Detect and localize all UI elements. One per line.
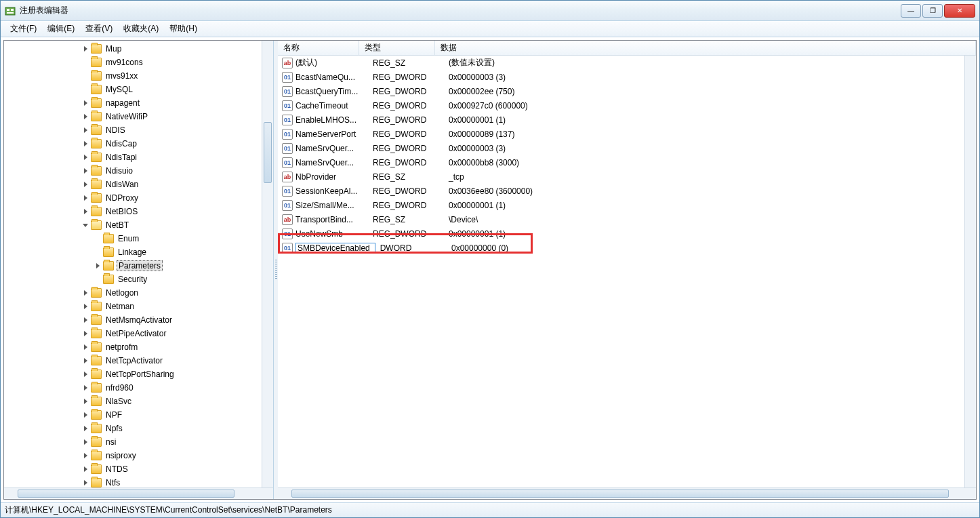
tree-item[interactable]: mvs91xx xyxy=(4,69,273,83)
expand-toggle-icon[interactable] xyxy=(81,207,89,216)
tree-item[interactable]: Parameters xyxy=(4,259,273,273)
maximize-button[interactable]: ❐ xyxy=(922,4,943,18)
value-row[interactable]: TransportBind...REG_SZ\Device\ xyxy=(278,212,976,226)
tree-item[interactable]: NPF xyxy=(4,408,273,422)
expand-toggle-icon[interactable] xyxy=(81,140,89,148)
expand-toggle-icon[interactable] xyxy=(81,411,89,419)
expand-toggle-icon[interactable] xyxy=(81,452,89,460)
tree-item[interactable]: NlaSvc xyxy=(4,395,273,408)
expand-toggle-icon[interactable] xyxy=(81,221,89,229)
tree-item[interactable]: NDProxy xyxy=(4,191,273,205)
dword-value-icon xyxy=(282,228,293,239)
expand-toggle-icon[interactable] xyxy=(94,262,102,270)
value-row[interactable]: BcastQueryTim...REG_DWORD0x000002ee (750… xyxy=(278,84,976,98)
value-row[interactable]: SMBDeviceEnabled_DWORD0x00000000 (0) xyxy=(278,241,976,255)
tree-item[interactable]: NetTcpPortSharing xyxy=(4,367,273,381)
expand-toggle-icon[interactable] xyxy=(81,126,89,134)
values-horizontal-scrollbar[interactable] xyxy=(278,487,976,499)
expand-toggle-icon[interactable] xyxy=(81,194,89,202)
values-list[interactable]: (默认)REG_SZ(数值未设置)BcastNameQu...REG_DWORD… xyxy=(278,56,976,487)
tree-item[interactable]: Netman xyxy=(4,300,273,313)
tree-item[interactable]: NTDS xyxy=(4,462,273,476)
folder-icon xyxy=(91,424,102,433)
tree-item[interactable]: Ntfs xyxy=(4,476,273,487)
expand-toggle-icon[interactable] xyxy=(81,316,89,324)
value-row[interactable]: NameSrvQuer...REG_DWORD0x00000bb8 (3000) xyxy=(278,155,976,170)
expand-toggle-icon[interactable] xyxy=(81,343,89,351)
expand-toggle-icon[interactable] xyxy=(81,153,89,161)
value-name-edit-input[interactable]: SMBDeviceEnabled xyxy=(295,243,375,254)
scrollbar-thumb[interactable] xyxy=(291,490,949,498)
tree-item[interactable]: netprofm xyxy=(4,340,273,354)
value-row[interactable]: CacheTimeoutREG_DWORD0x000927c0 (600000) xyxy=(278,98,976,113)
expand-toggle-icon[interactable] xyxy=(81,465,89,473)
value-row[interactable]: SessionKeepAl...REG_DWORD0x0036ee80 (360… xyxy=(278,184,976,198)
value-row[interactable]: BcastNameQu...REG_DWORD0x00000003 (3) xyxy=(278,70,976,84)
tree-item[interactable]: NativeWifiP xyxy=(4,110,273,123)
scrollbar-thumb[interactable] xyxy=(264,122,272,183)
close-button[interactable]: ✕ xyxy=(944,4,975,18)
expand-toggle-icon[interactable] xyxy=(81,397,89,405)
tree-item[interactable]: Ndisuio xyxy=(4,164,273,178)
tree-item[interactable]: NetBT xyxy=(4,218,273,232)
tree-item[interactable]: Linkage xyxy=(4,245,273,259)
expand-toggle-icon[interactable] xyxy=(81,479,89,487)
expand-toggle-icon[interactable] xyxy=(81,357,89,365)
tree-item[interactable]: NetTcpActivator xyxy=(4,354,273,367)
menu-file[interactable]: 文件(F) xyxy=(5,22,42,36)
tree-item[interactable]: NdisTapi xyxy=(4,151,273,164)
value-row[interactable]: NameSrvQuer...REG_DWORD0x00000003 (3) xyxy=(278,141,976,155)
value-row[interactable]: (默认)REG_SZ(数值未设置) xyxy=(278,56,976,70)
value-row[interactable]: Size/Small/Me...REG_DWORD0x00000001 (1) xyxy=(278,198,976,212)
expand-toggle-icon[interactable] xyxy=(81,99,89,107)
tree-item[interactable]: MySQL xyxy=(4,83,273,96)
tree-item[interactable]: NDIS xyxy=(4,123,273,137)
titlebar[interactable]: 注册表编辑器 — ❐ ✕ xyxy=(1,1,979,21)
column-type[interactable]: 类型 xyxy=(359,41,435,55)
minimize-button[interactable]: — xyxy=(901,4,921,18)
menu-help[interactable]: 帮助(H) xyxy=(164,22,203,36)
tree-item[interactable]: nfrd960 xyxy=(4,381,273,395)
tree-item[interactable]: Mup xyxy=(4,42,273,56)
tree-item[interactable]: Enum xyxy=(4,232,273,245)
expand-toggle-icon[interactable] xyxy=(81,180,89,188)
menu-edit[interactable]: 编辑(E) xyxy=(42,22,80,36)
tree-item[interactable]: NetBIOS xyxy=(4,205,273,218)
value-row[interactable]: EnableLMHOS...REG_DWORD0x00000001 (1) xyxy=(278,113,976,127)
tree-item[interactable]: Security xyxy=(4,273,273,286)
value-row[interactable]: NbProviderREG_SZ_tcp xyxy=(278,170,976,184)
expand-toggle-icon[interactable] xyxy=(81,167,89,175)
tree-vertical-scrollbar[interactable] xyxy=(262,41,273,487)
menu-favorites[interactable]: 收藏夹(A) xyxy=(118,22,164,36)
tree-item[interactable]: NdisWan xyxy=(4,178,273,191)
scrollbar-thumb[interactable] xyxy=(18,490,234,498)
tree-item[interactable]: NetPipeActivator xyxy=(4,327,273,340)
value-row[interactable]: UseNewSmbREG_DWORD0x00000001 (1) xyxy=(278,226,976,241)
expand-toggle-icon[interactable] xyxy=(81,45,89,53)
expand-toggle-icon[interactable] xyxy=(81,113,89,121)
expand-toggle-icon[interactable] xyxy=(81,330,89,338)
value-row[interactable]: NameServerPortREG_DWORD0x00000089 (137) xyxy=(278,127,976,141)
tree-item[interactable]: NdisCap xyxy=(4,137,273,151)
expand-toggle-icon[interactable] xyxy=(81,424,89,433)
expand-toggle-icon[interactable] xyxy=(81,302,89,311)
tree-scroll[interactable]: Mupmv91consmvs91xxMySQLnapagentNativeWif… xyxy=(4,41,273,487)
expand-toggle-icon[interactable] xyxy=(81,384,89,392)
expand-toggle-icon[interactable] xyxy=(81,438,89,446)
tree-item[interactable]: NetMsmqActivator xyxy=(4,313,273,327)
tree-item[interactable]: nsi xyxy=(4,435,273,449)
values-vertical-scrollbar[interactable] xyxy=(964,56,976,487)
value-name: SessionKeepAl... xyxy=(295,186,373,196)
column-name[interactable]: 名称 xyxy=(278,41,359,55)
registry-tree[interactable]: Mupmv91consmvs91xxMySQLnapagentNativeWif… xyxy=(4,41,273,487)
tree-horizontal-scrollbar[interactable] xyxy=(4,487,273,499)
expand-toggle-icon[interactable] xyxy=(81,370,89,378)
expand-toggle-icon[interactable] xyxy=(81,289,89,297)
column-data[interactable]: 数据 xyxy=(435,41,976,55)
tree-item[interactable]: nsiproxy xyxy=(4,449,273,462)
tree-item[interactable]: Npfs xyxy=(4,422,273,435)
menu-view[interactable]: 查看(V) xyxy=(80,22,118,36)
tree-item[interactable]: napagent xyxy=(4,96,273,110)
tree-item[interactable]: mv91cons xyxy=(4,56,273,69)
tree-item[interactable]: Netlogon xyxy=(4,286,273,300)
